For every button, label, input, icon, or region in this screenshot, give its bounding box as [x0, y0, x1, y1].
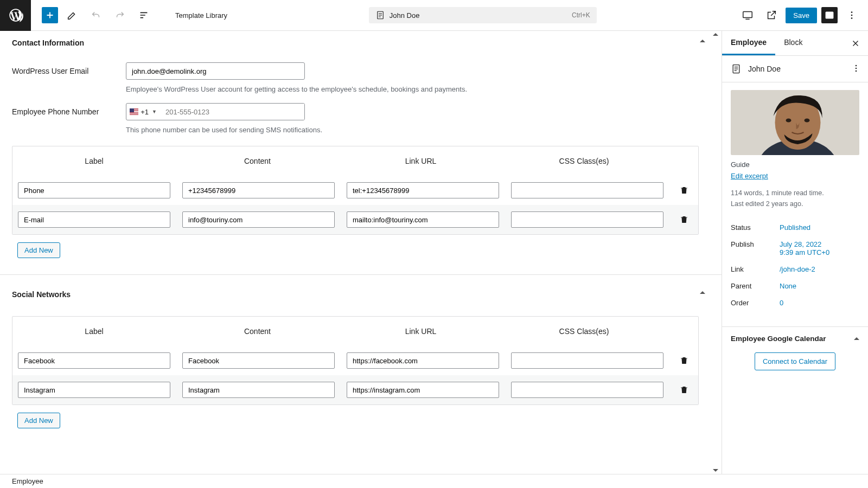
tab-employee[interactable]: Employee: [722, 31, 775, 55]
row-link-input[interactable]: [347, 211, 499, 228]
tab-block[interactable]: Block: [775, 31, 811, 55]
sidebar-toggle-button[interactable]: [821, 7, 838, 23]
employee-phone-label: Employee Phone Number: [12, 103, 126, 116]
row-link-input[interactable]: [347, 352, 499, 369]
document-overview-button[interactable]: [134, 5, 154, 25]
trash-icon: [679, 385, 689, 395]
col-label: Label: [12, 327, 176, 336]
status-value[interactable]: Published: [780, 223, 810, 232]
view-button[interactable]: [738, 5, 757, 25]
us-flag-icon: [130, 108, 138, 115]
delete-row-button[interactable]: [675, 356, 693, 365]
employee-photo[interactable]: [731, 90, 859, 155]
options-menu-button[interactable]: [842, 5, 861, 25]
wp-email-input[interactable]: [126, 62, 305, 80]
col-link: Link URL: [339, 157, 502, 165]
wp-email-label: WordPress User Email: [12, 62, 126, 75]
svg-point-5: [851, 17, 853, 19]
row-css-input[interactable]: [511, 182, 663, 198]
row-css-input[interactable]: [511, 211, 663, 228]
delete-row-button[interactable]: [675, 385, 693, 395]
col-css: CSS Class(es): [502, 157, 666, 165]
trash-icon: [679, 356, 689, 365]
row-content-input[interactable]: [182, 352, 335, 369]
svg-point-7: [856, 65, 857, 66]
google-calendar-panel-title[interactable]: Employee Google Calendar: [731, 335, 859, 343]
collapse-icon: [700, 291, 705, 294]
row-label-input[interactable]: [18, 182, 170, 198]
collapse-icon: [854, 337, 859, 340]
save-button[interactable]: Save: [786, 8, 817, 23]
undo-button[interactable]: [86, 5, 106, 25]
row-content-input[interactable]: [182, 211, 335, 228]
breadcrumb[interactable]: Employee: [12, 477, 43, 485]
row-link-input[interactable]: [347, 382, 499, 398]
add-new-social-button[interactable]: Add New: [17, 413, 60, 428]
document-icon: [731, 63, 742, 74]
template-library-link[interactable]: Template Library: [175, 11, 227, 20]
section-social-networks[interactable]: Social Networks: [12, 282, 722, 304]
publish-label: Publish: [731, 240, 780, 256]
wp-email-help: Employee's WordPress User account for ge…: [126, 85, 506, 93]
col-link: Link URL: [339, 327, 502, 336]
edit-tool-button[interactable]: [62, 5, 82, 25]
document-title: John Doe: [390, 11, 420, 20]
add-block-button[interactable]: [42, 7, 58, 23]
row-label-input[interactable]: [18, 352, 170, 369]
table-row: [12, 205, 698, 234]
table-row: [12, 176, 698, 205]
svg-point-8: [856, 67, 857, 69]
country-code-selector[interactable]: +1 ▼: [126, 104, 160, 120]
row-content-input[interactable]: [182, 182, 335, 198]
scroll-down-icon: [713, 469, 718, 472]
link-label: Link: [731, 265, 780, 273]
svg-point-9: [856, 70, 857, 72]
employee-phone-input[interactable]: [160, 104, 304, 120]
col-content: Content: [176, 327, 339, 336]
svg-point-14: [805, 119, 810, 123]
row-link-input[interactable]: [347, 182, 499, 198]
wordpress-logo[interactable]: [0, 0, 31, 31]
delete-row-button[interactable]: [675, 215, 693, 224]
add-new-contact-button[interactable]: Add New: [17, 242, 60, 258]
more-icon: [851, 63, 861, 74]
row-label-input[interactable]: [18, 211, 170, 228]
close-sidebar-button[interactable]: [848, 36, 863, 52]
external-link-button[interactable]: [762, 5, 781, 25]
row-content-input[interactable]: [182, 382, 335, 398]
redo-button[interactable]: [110, 5, 130, 25]
svg-point-4: [851, 15, 853, 16]
svg-point-3: [851, 11, 853, 13]
row-label-input[interactable]: [18, 382, 170, 398]
employee-role: Guide: [731, 160, 859, 169]
parent-value[interactable]: None: [780, 282, 796, 290]
employee-options-button[interactable]: [851, 63, 861, 75]
status-label: Status: [731, 223, 780, 232]
table-row: [12, 375, 698, 404]
col-css: CSS Class(es): [502, 327, 666, 336]
connect-calendar-button[interactable]: Connect to Calendar: [755, 352, 835, 370]
edit-excerpt-link[interactable]: Edit excerpt: [731, 172, 768, 180]
document-title-bar[interactable]: John Doe Ctrl+K: [369, 7, 597, 23]
meta-edited: Last edited 2 years ago.: [731, 198, 859, 209]
svg-rect-2: [826, 12, 833, 18]
chevron-down-icon: ▼: [152, 109, 157, 114]
trash-icon: [679, 215, 689, 224]
close-icon: [851, 38, 860, 48]
trash-icon: [679, 185, 689, 195]
row-css-input[interactable]: [511, 352, 663, 369]
publish-value[interactable]: July 28, 20229:39 am UTC+0: [780, 240, 829, 256]
order-value[interactable]: 0: [780, 299, 783, 307]
order-label: Order: [731, 299, 780, 307]
section-contact-info[interactable]: Contact Information: [12, 31, 722, 53]
row-css-input[interactable]: [511, 382, 663, 398]
employee-phone-help: This phone number can be used for sendin…: [126, 126, 506, 134]
delete-row-button[interactable]: [675, 185, 693, 195]
parent-label: Parent: [731, 282, 780, 290]
link-value[interactable]: /john-doe-2: [780, 265, 815, 273]
table-row: [12, 346, 698, 375]
col-label: Label: [12, 157, 176, 165]
svg-rect-1: [743, 12, 752, 18]
shortcut-label: Ctrl+K: [572, 11, 590, 19]
svg-point-13: [786, 119, 792, 123]
